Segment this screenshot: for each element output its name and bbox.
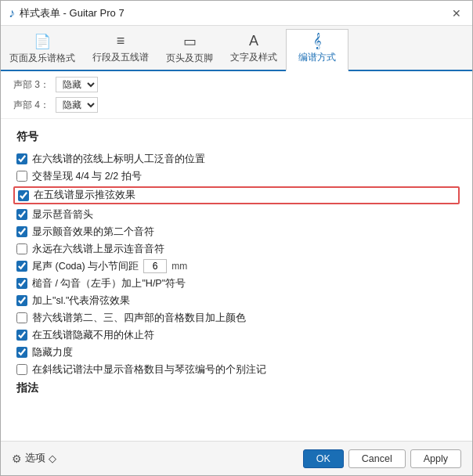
options-button[interactable]: ⚙ 选项 ◇ (12, 452, 56, 465)
checkbox-1-label: 在六线谱的弦线上标明人工泛音的位置 (32, 153, 205, 166)
options-label: 选项 (25, 452, 45, 465)
cancel-button[interactable]: Cancel (348, 449, 406, 468)
tab-header-footer[interactable]: ▭ 页头及页脚 (157, 29, 222, 70)
tab-bars-staff-label: 行段及五线谱 (92, 51, 149, 64)
checkbox-9[interactable] (16, 295, 27, 306)
checkbox-row-6: 永远在六线谱上显示连音音符 (16, 240, 457, 258)
footer-buttons: OK Cancel Apply (303, 449, 461, 468)
sub-row-4-select[interactable]: 隐藏 显示 (56, 97, 98, 113)
checkbox-row-10: 替六线谱第二、三、四声部的音格数目加上颜色 (16, 309, 457, 326)
checkbox-row-9: 加上"sl."代表滑弦效果 (16, 292, 457, 309)
checkbox-11-label: 在五线谱隐藏不用的休止符 (32, 329, 154, 342)
sub-row-3-label: 声部 3： (13, 78, 49, 92)
checkbox-1[interactable] (16, 153, 27, 164)
checkbox-4-label: 显示琶音箭头 (32, 208, 93, 222)
dialog-title: 样式表单 - Guitar Pro 7 (20, 6, 125, 20)
tab-notation-label: 编谱方式 (298, 51, 336, 64)
tab-header-footer-label: 页头及页脚 (166, 52, 213, 65)
app-icon: ♪ (9, 6, 15, 20)
tab-bar: 📄 页面及乐谱格式 ≡ 行段及五线谱 ▭ 页头及页脚 A 文字及样式 𝄞 编谱方… (1, 26, 472, 71)
checkbox-row-11: 在五线谱隐藏不用的休止符 (16, 326, 457, 344)
ok-button[interactable]: OK (303, 449, 344, 468)
coda-unit-label: mm (172, 261, 187, 272)
tab-header-footer-icon: ▭ (183, 33, 197, 50)
sub-header: 声部 3： 隐藏 显示 声部 4： 隐藏 显示 (1, 71, 472, 119)
tab-text-style-icon: A (249, 33, 258, 49)
sub-row-4-label: 声部 4： (13, 99, 49, 112)
tab-text-style[interactable]: A 文字及样式 (222, 29, 286, 70)
checkbox-row-12: 隐藏力度 (16, 344, 457, 361)
tab-page-format-icon: 📄 (34, 33, 51, 50)
tab-bars-staff-icon: ≡ (117, 33, 125, 49)
checkbox-row-2: 交替呈现 4/4 与 2/2 拍号 (16, 168, 457, 185)
checkbox-11[interactable] (16, 330, 27, 341)
checkbox-2[interactable] (16, 171, 27, 182)
checkbox-2-label: 交替呈现 4/4 与 2/2 拍号 (32, 170, 142, 183)
sub-row-3-select[interactable]: 隐藏 显示 (56, 77, 98, 92)
checkbox-6[interactable] (16, 243, 27, 254)
checkbox-9-label: 加上"sl."代表滑弦效果 (32, 294, 130, 308)
footer: ⚙ 选项 ◇ OK Cancel Apply (1, 441, 472, 475)
checkbox-7-label: 尾声 (Coda) 与小节间距 (32, 260, 139, 273)
title-bar: ♪ 样式表单 - Guitar Pro 7 ✕ (1, 1, 472, 26)
tab-bars-staff[interactable]: ≡ 行段及五线谱 (84, 29, 157, 70)
dialog-window: ♪ 样式表单 - Guitar Pro 7 ✕ 📄 页面及乐谱格式 ≡ 行段及五… (0, 0, 473, 476)
checkbox-row-7: 尾声 (Coda) 与小节间距 mm (16, 258, 457, 275)
tab-text-style-label: 文字及样式 (230, 51, 277, 64)
checkbox-3[interactable] (18, 190, 29, 201)
section-symbol-title: 符号 (16, 130, 457, 144)
checkbox-13[interactable] (16, 364, 27, 375)
coda-spacing-input[interactable] (143, 259, 167, 273)
apply-button[interactable]: Apply (410, 449, 461, 468)
options-chevron: ◇ (49, 453, 56, 464)
checkbox-10[interactable] (16, 312, 27, 323)
section-fingering-title: 指法 (16, 381, 457, 395)
checkbox-row-1: 在六线谱的弦线上标明人工泛音的位置 (16, 150, 457, 168)
checkbox-6-label: 永远在六线谱上显示连音音符 (32, 243, 164, 256)
sub-row-3: 声部 3： 隐藏 显示 (13, 74, 460, 95)
checkbox-8-label: 槌音 / 勾音（左手）加上"H/P"符号 (32, 277, 186, 290)
checkbox-row-8: 槌音 / 勾音（左手）加上"H/P"符号 (16, 275, 457, 292)
close-button[interactable]: ✕ (449, 5, 464, 21)
gear-icon: ⚙ (12, 453, 22, 465)
checkbox-3-label: 在五线谱显示推弦效果 (34, 189, 135, 202)
checkbox-row-13: 在斜线记谱法中显示音格数目与琴弦编号的个别注记 (16, 361, 457, 378)
tab-notation-icon: 𝄞 (313, 33, 322, 49)
tab-page-format[interactable]: 📄 页面及乐谱格式 (1, 29, 84, 70)
tab-page-format-label: 页面及乐谱格式 (9, 52, 75, 65)
tab-notation[interactable]: 𝄞 编谱方式 (286, 29, 348, 71)
checkbox-12[interactable] (16, 347, 27, 358)
sub-row-4: 声部 4： 隐藏 显示 (13, 95, 460, 115)
checkbox-row-5: 显示颤音效果的第二个音符 (16, 223, 457, 240)
checkbox-13-label: 在斜线记谱法中显示音格数目与琴弦编号的个别注记 (32, 363, 266, 377)
checkbox-4[interactable] (16, 209, 27, 220)
checkbox-5-label: 显示颤音效果的第二个音符 (32, 225, 154, 239)
content-area: 符号 在六线谱的弦线上标明人工泛音的位置 交替呈现 4/4 与 2/2 拍号 在… (1, 119, 472, 441)
title-bar-left: ♪ 样式表单 - Guitar Pro 7 (9, 6, 125, 20)
checkbox-7[interactable] (16, 261, 27, 272)
checkbox-10-label: 替六线谱第二、三、四声部的音格数目加上颜色 (32, 312, 246, 325)
checkbox-row-4: 显示琶音箭头 (16, 206, 457, 223)
checkbox-row-3: 在五线谱显示推弦效果 (13, 186, 460, 204)
checkbox-8[interactable] (16, 278, 27, 289)
checkbox-12-label: 隐藏力度 (32, 346, 73, 359)
checkbox-5[interactable] (16, 226, 27, 237)
